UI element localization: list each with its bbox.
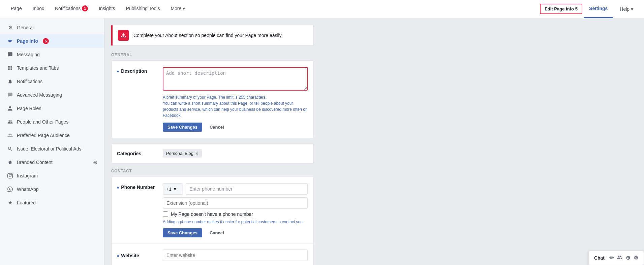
sidebar-item-people-other-pages[interactable]: People and Other Pages (0, 115, 104, 129)
grid-icon (7, 65, 13, 71)
edit-page-info-badge: 5 (575, 6, 578, 11)
description-cancel-button[interactable]: Cancel (205, 123, 229, 132)
nav-links: Page Inbox Notifications 1 Insights Publ… (5, 0, 540, 18)
categories-content: Personal Blog × (163, 149, 202, 158)
nav-insights[interactable]: Insights (93, 0, 120, 18)
chat-add-icon[interactable]: ⊕ (626, 255, 630, 261)
sidebar-item-whatsapp[interactable]: WhatsApp (0, 183, 104, 196)
category-tag: Personal Blog × (163, 149, 202, 158)
nav-page[interactable]: Page (5, 0, 27, 18)
phone-prefix-selector[interactable]: +1 ▼ (163, 183, 183, 195)
sidebar-item-page-info[interactable]: ✏ Page Info 5 (0, 34, 104, 48)
message-icon (7, 51, 13, 58)
extension-input[interactable] (163, 197, 308, 209)
nav-right: Edit Page Info 5 Settings Help ▾ (540, 0, 639, 18)
description-textarea[interactable] (163, 67, 308, 91)
sidebar-item-templates-tabs[interactable]: Templates and Tabs (0, 61, 104, 75)
sidebar-item-branded-content[interactable]: Branded Content ⊕ (0, 156, 104, 169)
categories-label: Categories (117, 151, 157, 156)
contact-section-label: CONTACT (111, 169, 313, 173)
alert-banner: ⚠ Complete your About section so people … (111, 25, 313, 46)
chevron-down-icon: ▼ (173, 187, 177, 192)
nav-help[interactable]: Help ▾ (614, 0, 639, 18)
sidebar-item-preferred-audience[interactable]: Preferred Page Audience (0, 129, 104, 142)
nav-more[interactable]: More ▾ (165, 0, 190, 18)
audience-icon (7, 132, 13, 139)
bell-icon (7, 78, 13, 85)
phone-cancel-button[interactable]: Cancel (205, 228, 229, 237)
svg-rect-2 (8, 68, 10, 70)
main-content: ⚠ Complete your About section so people … (104, 18, 644, 265)
extension-row (163, 197, 308, 209)
chat-settings-icon[interactable]: ⚙ (634, 255, 638, 261)
phone-row-container: • Phone Number +1 ▼ (112, 177, 313, 244)
content-area: ⚠ Complete your About section so people … (111, 25, 313, 265)
website-dot: • (117, 253, 119, 259)
phone-input-row: +1 ▼ (163, 183, 308, 195)
nav-publishing-tools[interactable]: Publishing Tools (120, 0, 165, 18)
phone-btn-row: Save Changes Cancel (163, 228, 308, 237)
sidebar-item-political-ads[interactable]: Issue, Electoral or Political Ads (0, 142, 104, 156)
phone-number-input[interactable] (186, 183, 308, 195)
website-row: • Website (112, 244, 313, 265)
phone-content: +1 ▼ My Page doesn't have a phone number (163, 183, 308, 237)
description-dot: • (117, 68, 119, 74)
categories-card: Categories Personal Blog × (111, 143, 313, 163)
chat-widget: Chat ✏ ⊕ ⚙ (588, 251, 644, 265)
expand-icon: ⊕ (93, 159, 97, 166)
sidebar: ⚙ General ✏ Page Info 5 Messaging Templa… (0, 18, 104, 265)
description-btn-row: Save Changes Cancel (163, 123, 308, 132)
notifications-badge: 1 (82, 5, 88, 11)
chat-widget-icons: ✏ ⊕ ⚙ (609, 255, 638, 261)
person-icon (7, 105, 13, 112)
page-info-badge: 5 (43, 38, 49, 44)
phone-hint: Adding a phone number makes it easier fo… (163, 220, 308, 224)
sidebar-item-notifications[interactable]: Notifications (0, 75, 104, 88)
website-input[interactable] (163, 250, 308, 261)
website-content (163, 250, 308, 261)
page-layout: ⚙ General ✏ Page Info 5 Messaging Templa… (0, 18, 644, 265)
description-save-button[interactable]: Save Changes (163, 123, 202, 132)
categories-row: Categories Personal Blog × (112, 144, 313, 163)
gear-icon: ⚙ (7, 24, 13, 31)
nav-notifications[interactable]: Notifications 1 (50, 0, 93, 18)
nav-inbox[interactable]: Inbox (27, 0, 50, 18)
sidebar-item-featured[interactable]: ★ Featured (0, 196, 104, 209)
no-phone-checkbox-row: My Page doesn't have a phone number (163, 211, 308, 217)
alert-text: Complete your About section so people ca… (133, 33, 283, 38)
description-label: • Description (117, 67, 157, 74)
description-row: • Description A brief summary of your Pa… (112, 61, 313, 138)
phone-dot: • (117, 185, 119, 191)
chat-label: Chat (594, 255, 605, 261)
advanced-message-icon (7, 92, 13, 98)
nav-settings[interactable]: Settings (584, 0, 613, 18)
no-phone-checkbox[interactable] (163, 211, 168, 217)
category-remove-button[interactable]: × (195, 151, 198, 156)
sidebar-item-advanced-messaging[interactable]: Advanced Messaging (0, 88, 104, 102)
no-phone-label[interactable]: My Page doesn't have a phone number (171, 211, 253, 217)
description-hint: A brief summary of your Page. The limit … (163, 94, 308, 119)
edit-page-info-button[interactable]: Edit Page Info 5 (540, 4, 582, 14)
svg-rect-0 (8, 66, 10, 68)
sidebar-item-general[interactable]: ⚙ General (0, 21, 104, 34)
sidebar-item-page-roles[interactable]: Page Roles (0, 102, 104, 115)
chat-edit-icon[interactable]: ✏ (609, 255, 614, 261)
phone-save-button[interactable]: Save Changes (163, 228, 202, 237)
branded-icon (7, 159, 13, 166)
svg-rect-3 (10, 68, 12, 70)
svg-rect-1 (10, 66, 12, 68)
sidebar-item-instagram[interactable]: Instagram (0, 169, 104, 183)
general-section-label: GENERAL (111, 53, 313, 57)
chat-people-icon[interactable] (617, 255, 622, 261)
search-icon (7, 145, 13, 152)
whatsapp-icon (7, 186, 13, 193)
pencil-icon: ✏ (7, 38, 13, 44)
website-label: • Website (117, 252, 157, 259)
description-content: A brief summary of your Page. The limit … (163, 67, 308, 132)
sidebar-item-messaging[interactable]: Messaging (0, 48, 104, 61)
contact-section-card: • Phone Number +1 ▼ (111, 177, 313, 265)
phone-label: • Phone Number (117, 183, 157, 191)
general-section-card: • Description A brief summary of your Pa… (111, 61, 313, 138)
alert-icon: ⚠ (118, 30, 129, 41)
people-icon (7, 119, 13, 125)
